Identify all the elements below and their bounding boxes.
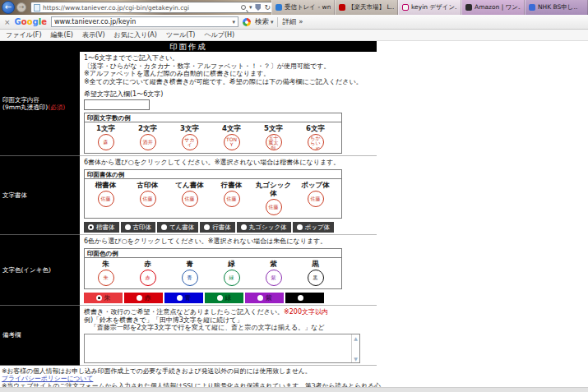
instruction-line: 6色から選び○をクリックしてください。※選択されない場合は朱色になります。 <box>84 238 373 246</box>
menu-edit[interactable]: 編集(E) <box>51 30 73 39</box>
font-style-radio-bar: 楷書体 古印体 てん書体 行書体 丸ゴシック体 ポップ体 <box>84 222 373 233</box>
tab-nhk[interactable]: NHK BS申し.. <box>525 0 588 15</box>
label-ink-color: 文字色(インキ色) <box>0 235 80 306</box>
stamp-pop: 佐藤 <box>308 191 324 207</box>
address-url[interactable]: https://www.taniever.co.jp/cgi-bin/getak… <box>43 4 189 12</box>
radio-icon[interactable] <box>297 224 303 230</box>
chevron-down-icon[interactable]: ▾ <box>232 19 235 25</box>
radio-icon[interactable] <box>204 224 210 230</box>
color-head: 紫 <box>252 260 294 268</box>
radio-gyosho[interactable]: 行書体 <box>200 222 235 233</box>
radio-color-green[interactable]: 緑 <box>205 293 243 303</box>
color-head: 朱 <box>85 260 127 268</box>
tab-keyin-active[interactable]: keyin デザイン... <box>398 0 461 15</box>
menu-help[interactable]: ヘルプ(H) <box>204 30 234 39</box>
google-badge-icon <box>243 18 251 26</box>
radio-tensho[interactable]: てん書体 <box>157 222 198 233</box>
stamp-blue: 青 <box>182 270 198 286</box>
radio-icon[interactable] <box>137 295 142 301</box>
radio-koin[interactable]: 古印体 <box>121 222 156 233</box>
toolbar-search-input[interactable] <box>54 18 232 25</box>
radio-icon[interactable] <box>161 224 167 230</box>
chevron-down-icon: ▾ <box>271 19 274 25</box>
remarks-cell: 横書き・改行のご希望・注意点などありましたらご記入ください。※200文字以内 例… <box>80 306 377 366</box>
example-box-title: 印面色の例 <box>85 249 341 258</box>
stamp-tensho: 佐藤 <box>182 191 198 207</box>
refresh-icon[interactable]: ↻ <box>264 4 271 12</box>
radio-color-vermilion[interactable]: 朱 <box>84 293 123 303</box>
back-button[interactable]: ← <box>2 1 15 14</box>
instruction-line: 6書体から選び○をクリックしてください。※選択されない場合は楷書体になります。 <box>84 159 373 167</box>
instruction-line: 1〜6文字まででご記入下さい。 <box>84 54 373 62</box>
stamp-sample-6char: ちからいしや <box>308 134 324 150</box>
radio-icon[interactable] <box>96 295 102 301</box>
stamp-sample-4char: TONY <box>224 134 240 150</box>
toolbar-close-icon[interactable]: × <box>4 18 11 26</box>
forward-button[interactable]: → <box>16 2 26 12</box>
char-count-head: 1文字 <box>85 124 127 132</box>
desired-text-label: 希望文字記入欄(1〜6文字) <box>84 90 373 99</box>
radio-marugothic[interactable]: 丸ゴシック体 <box>237 222 291 233</box>
menu-favorites[interactable]: お気に入り(A) <box>114 30 157 39</box>
radio-color-blue[interactable]: 青 <box>164 293 203 303</box>
stamp-purple: 紫 <box>266 270 282 286</box>
char-limit-note: ※200文字以内 <box>284 308 328 316</box>
note-privacy-use: ※お客様の個人情報はお申し込み印面作成上での必要な手続きおよび発送以外の目的には… <box>2 367 387 375</box>
radio-icon[interactable] <box>298 295 303 301</box>
radio-icon[interactable] <box>241 224 247 230</box>
stamp-sample-5char: 五十嵐太郎 <box>266 134 282 150</box>
char-count-head: 4文字 <box>211 124 252 132</box>
tab-label: 受信トレイ - wn.. <box>285 3 331 12</box>
tab-strip: 受信トレイ - wn.. 【楽天市場】 L.. keyin デザイン... Am… <box>271 0 588 15</box>
instruction-line: 「斎藤宗一郎を2文字3文字で行を変えて縦に、斎と宗の文字は揃える。」など <box>84 324 373 332</box>
tab-label: keyin デザイン... <box>411 3 457 12</box>
radio-color-red[interactable]: 赤 <box>124 293 163 303</box>
stamp-koin: 佐藤 <box>140 191 156 207</box>
radio-color-purple[interactable]: 紫 <box>245 293 284 303</box>
label-remarks: 備考欄 <box>0 306 80 366</box>
radio-color-black[interactable]: 黒 <box>285 293 324 303</box>
char-count-head: 5文字 <box>252 124 294 132</box>
menu-file[interactable]: ファイル(F) <box>6 30 42 39</box>
tab-rakuten[interactable]: 【楽天市場】 L.. <box>335 0 398 15</box>
search-icon[interactable] <box>241 5 246 10</box>
radio-pop[interactable]: ポップ体 <box>293 222 335 233</box>
scroll-down-icon[interactable]: ▼ <box>354 356 358 362</box>
radio-icon[interactable] <box>217 295 223 301</box>
chevron-down-icon[interactable]: ▾ <box>249 4 252 11</box>
stamp-sample-2char: 酒井 <box>140 134 156 150</box>
row-ink-color: 文字色(インキ色) 6色から選び○をクリックしてください。※選択されない場合は朱… <box>0 235 377 306</box>
scroll-up-icon[interactable]: ▲ <box>354 335 358 341</box>
example-box-title: 印面書体の例 <box>85 170 341 179</box>
font-style-head: てん書体 <box>169 181 211 189</box>
tab-inbox[interactable]: 受信トレイ - wn.. <box>271 0 335 15</box>
radio-icon[interactable] <box>125 224 131 230</box>
menu-bar: ファイル(F) 編集(E) 表示(V) お気に入り(A) ツール(T) ヘルプ(… <box>0 30 588 41</box>
stamp-black: 黒 <box>308 270 324 286</box>
stamp-kaisho: 佐藤 <box>98 191 114 207</box>
address-bar[interactable]: https://www.taniever.co.jp/cgi-bin/getak… <box>30 2 274 13</box>
toolbar-search-box[interactable]: ▾ <box>51 16 238 27</box>
menu-view[interactable]: 表示(V) <box>82 30 105 39</box>
ink-color-cell: 6色から選び○をクリックしてください。※選択されない場合は朱色になります。 印面… <box>80 235 377 306</box>
desired-text-input[interactable] <box>84 99 150 110</box>
textarea-scrollbar[interactable]: ▲▼ <box>351 334 359 362</box>
ink-color-example-box: 印面色の例 朱朱 赤赤 青青 緑緑 紫紫 黒黒 <box>84 248 342 289</box>
label-stamp-text: 印面文字内容 (9mm丸浸透印)(必須) <box>0 52 80 156</box>
toolbar-separator <box>277 17 278 27</box>
toolbar-search-button[interactable]: 検索▾ <box>255 17 274 27</box>
font-style-head: 楷書体 <box>85 181 127 189</box>
font-style-head: 古印体 <box>127 181 169 189</box>
menu-tools[interactable]: ツール(T) <box>166 30 196 39</box>
privacy-policy-link[interactable]: プライバシーポリシーについて <box>2 375 93 382</box>
radio-icon[interactable] <box>177 295 183 301</box>
nhk-icon <box>529 4 535 11</box>
stamp-vermilion: 朱 <box>98 270 114 286</box>
radio-kaisho[interactable]: 楷書体 <box>84 222 119 233</box>
radio-icon[interactable] <box>88 224 94 230</box>
toolbar-details-button[interactable]: 詳細 » <box>282 17 303 27</box>
tab-amazon[interactable]: Amazon | ワン.. <box>461 0 525 15</box>
radio-icon[interactable] <box>257 295 263 301</box>
remarks-textarea-frame: ▲▼ <box>84 334 360 363</box>
remarks-textarea[interactable] <box>85 334 351 362</box>
